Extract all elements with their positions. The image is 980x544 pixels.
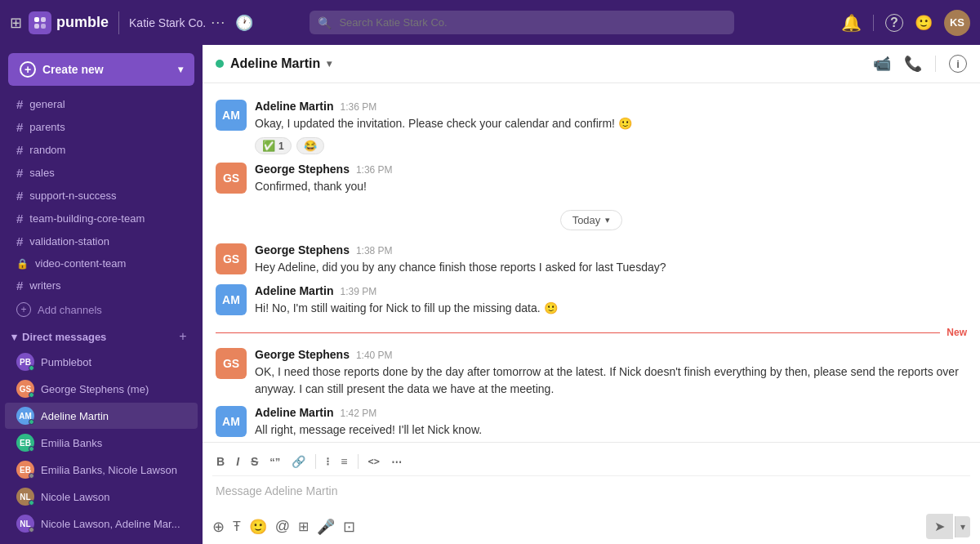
help-icon[interactable]: ?: [885, 14, 903, 32]
create-new-chevron-icon: ▾: [178, 64, 183, 75]
dm-item-nicole-lawson--adeline-mar---[interactable]: NL Nicole Lawson, Adeline Mar...: [5, 511, 198, 537]
phone-icon[interactable]: 📞: [904, 55, 922, 73]
dm-list: PB Pumblebot GS George Stephens (me) AM …: [0, 348, 203, 537]
emoji-icon[interactable]: 🙂: [915, 14, 933, 32]
channel-item-team-building-core-team[interactable]: #team-building-core-team: [5, 207, 198, 230]
link-button[interactable]: 🔗: [287, 453, 310, 470]
app-logo[interactable]: pumble: [29, 11, 109, 34]
message-sender: George Stephens: [255, 243, 350, 256]
message-time: 1:38 PM: [356, 245, 393, 256]
channel-item-support-n-success[interactable]: #support-n-success: [5, 185, 198, 207]
bell-icon[interactable]: 🔔: [841, 13, 862, 33]
create-new-button[interactable]: + Create new ▾: [8, 53, 194, 86]
channel-list: #general#parents#random#sales#support-n-…: [0, 92, 203, 297]
message-sender: Adeline Martin: [255, 100, 333, 113]
chat-recipient-name-button[interactable]: Adeline Martin ▾: [216, 56, 332, 71]
message-sender: Adeline Martin: [255, 406, 333, 419]
dm-avatar: GS: [16, 380, 34, 398]
dm-toggle-icon: ▾: [11, 331, 17, 343]
channel-type-icon: 🔒: [16, 258, 29, 270]
sidebar: + Create new ▾ #general#parents#random#s…: [0, 0, 203, 544]
dm-status-dot: [29, 419, 34, 425]
message-avatar: AM: [216, 284, 247, 315]
message-row: AM Adeline Martin 1:39 PM Hi! No, I'm st…: [203, 281, 980, 320]
reaction-button[interactable]: ✅1: [255, 137, 292, 154]
create-new-label: Create new: [42, 63, 104, 76]
text-format-icon[interactable]: Ŧ: [233, 519, 241, 534]
channel-item-sales[interactable]: #sales: [5, 162, 198, 184]
dm-status-dot: [29, 473, 34, 479]
grid-icon[interactable]: ⊞: [10, 14, 22, 32]
message-editor: B I S “” 🔗 ⁝ ≡ <> ⋯ Message Adeline Mart…: [203, 442, 980, 544]
dm-avatar: EB: [16, 461, 34, 479]
dm-avatar: EB: [16, 434, 34, 452]
info-icon[interactable]: i: [949, 55, 967, 73]
svg-rect-1: [41, 17, 46, 22]
video-icon[interactable]: 📹: [873, 55, 891, 73]
dm-item-pumblebot[interactable]: PB Pumblebot: [5, 349, 198, 375]
date-divider[interactable]: Today▾: [203, 200, 980, 240]
snippet-icon[interactable]: ⊡: [343, 518, 355, 536]
gif-icon[interactable]: ⊞: [298, 519, 309, 534]
toolbar-divider-1: [315, 454, 316, 469]
more-format-button[interactable]: ⋯: [387, 453, 406, 470]
bold-button[interactable]: B: [212, 453, 229, 470]
emoji-picker-icon[interactable]: 🙂: [249, 518, 267, 536]
dm-name: Pumblebot: [41, 356, 91, 368]
reaction-button[interactable]: 😂: [296, 137, 324, 154]
create-new-plus-icon: +: [20, 61, 36, 78]
date-divider-label[interactable]: Today▾: [560, 210, 623, 230]
dm-avatar: NL: [16, 488, 34, 506]
dm-item-adeline-martin[interactable]: AM Adeline Martin: [5, 403, 198, 429]
channel-name: video-content-team: [35, 257, 126, 270]
search-icon: 🔍: [318, 16, 332, 29]
workspace-selector[interactable]: Katie Stark Co. ···: [129, 14, 225, 31]
dm-item-nicole-lawson[interactable]: NL Nicole Lawson: [5, 484, 198, 510]
icon-divider: [873, 15, 874, 31]
channel-type-icon: #: [16, 279, 23, 292]
mention-icon[interactable]: @: [275, 518, 290, 535]
channel-item-parents[interactable]: #parents: [5, 116, 198, 138]
search-bar: 🔍: [310, 11, 734, 34]
topbar-divider: [118, 11, 119, 34]
audio-icon[interactable]: 🎤: [317, 518, 335, 536]
message-placeholder: Message Adeline Martin: [216, 484, 337, 497]
message-input[interactable]: Message Adeline Martin: [212, 479, 970, 509]
channel-type-icon: #: [16, 189, 23, 203]
attach-icon[interactable]: ⊕: [212, 518, 225, 536]
message-body: Adeline Martin 1:39 PM Hi! No, I'm still…: [255, 284, 967, 317]
svg-rect-0: [34, 17, 39, 22]
message-header: George Stephens 1:36 PM: [255, 163, 967, 176]
channel-item-validation-station[interactable]: #validation-station: [5, 230, 198, 252]
channel-item-random[interactable]: #random: [5, 139, 198, 161]
channel-item-writers[interactable]: #writers: [5, 274, 198, 297]
italic-button[interactable]: I: [232, 453, 243, 470]
message-text: Hey Adeline, did you by any chance finis…: [255, 259, 967, 276]
message-header: George Stephens 1:38 PM: [255, 243, 967, 256]
quote-button[interactable]: “”: [265, 453, 284, 470]
send-options-button[interactable]: ▾: [955, 516, 970, 537]
channel-item-general[interactable]: #general: [5, 93, 198, 115]
add-channels-item[interactable]: + Add channels: [5, 298, 198, 321]
dm-add-icon[interactable]: +: [175, 328, 191, 345]
channel-item-video-content-team[interactable]: 🔒video-content-team: [5, 253, 198, 274]
code-button[interactable]: <>: [364, 453, 384, 470]
user-avatar[interactable]: KS: [944, 10, 970, 36]
strikethrough-button[interactable]: S: [247, 453, 262, 470]
message-header: Adeline Martin 1:36 PM: [255, 100, 967, 113]
dm-item-emilia-banks--nicole-lawson[interactable]: EB Emilia Banks, Nicole Lawson: [5, 457, 198, 483]
dm-item-emilia-banks[interactable]: EB Emilia Banks: [5, 430, 198, 456]
chat-header: Adeline Martin ▾ 📹 📞 i: [203, 45, 980, 83]
dm-name: George Stephens (me): [41, 383, 149, 395]
dm-section-header[interactable]: ▾ Direct messages +: [0, 322, 203, 348]
bullet-list-button[interactable]: ⁝: [322, 453, 333, 470]
app-name: pumble: [56, 14, 109, 31]
history-icon[interactable]: 🕐: [235, 14, 253, 32]
dm-item-george-stephens--me-[interactable]: GS George Stephens (me): [5, 376, 198, 402]
send-button[interactable]: ➤: [926, 514, 953, 539]
message-avatar: GS: [216, 348, 247, 379]
message-text: Confirmed, thank you!: [255, 178, 967, 195]
channel-type-icon: #: [16, 143, 23, 157]
ordered-list-button[interactable]: ≡: [336, 453, 351, 470]
search-input[interactable]: [310, 11, 734, 34]
